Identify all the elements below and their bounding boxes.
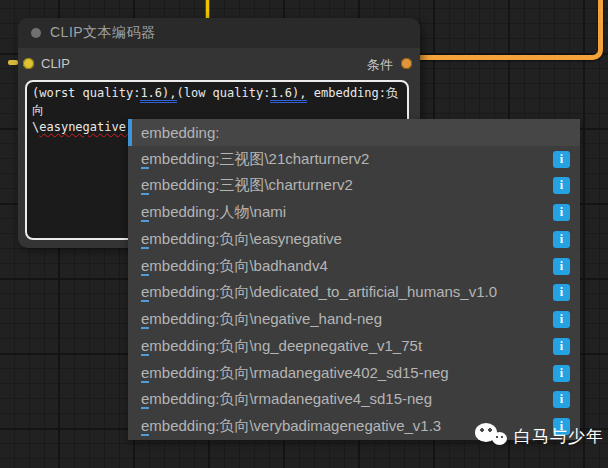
dropdown-item[interactable]: embedding:负向\badhandv4i <box>128 253 580 280</box>
dropdown-item[interactable]: embedding: <box>128 119 580 146</box>
dropdown-item[interactable]: embedding:三视图\21charturnerv2i <box>128 146 580 173</box>
info-icon[interactable]: i <box>553 177 570 194</box>
dropdown-item-label: embedding:三视图\charturnerv2 <box>141 176 547 195</box>
dropdown-item[interactable]: embedding:负向\easynegativei <box>128 226 580 253</box>
dropdown-item-label: embedding:负向\ng_deepnegative_v1_75t <box>141 337 547 356</box>
dropdown-item-label: embedding:负向\rmadanegative4_sd15-neg <box>141 390 547 409</box>
dropdown-item[interactable]: embedding:负向\negative_hand-negi <box>128 306 580 333</box>
watermark-text: 白马与少年 <box>514 425 604 448</box>
conditioning-wire <box>411 0 603 60</box>
dropdown-item[interactable]: embedding:人物\namii <box>128 199 580 226</box>
dropdown-item[interactable]: embedding:负向\ng_deepnegative_v1_75ti <box>128 333 580 360</box>
clip-input-slot-icon[interactable] <box>23 58 34 69</box>
info-icon[interactable]: i <box>553 338 570 355</box>
info-icon[interactable]: i <box>553 311 570 328</box>
info-icon[interactable]: i <box>553 258 570 275</box>
conditioning-output-slot-icon[interactable] <box>401 58 412 69</box>
dropdown-item-label: embedding:人物\nami <box>141 203 547 222</box>
dropdown-item-label: embedding:负向\badhandv4 <box>141 257 547 276</box>
prompt-line: (worst quality:1.6),(low quality:1.6), e… <box>32 85 402 119</box>
info-icon[interactable]: i <box>553 231 570 248</box>
dropdown-item-label: embedding:负向\dedicated_to_artificial_hum… <box>141 283 547 302</box>
info-icon[interactable]: i <box>553 365 570 382</box>
dropdown-item[interactable]: embedding:负向\rmadanegative4_sd15-negi <box>128 387 580 414</box>
node-titlebar[interactable]: CLIP文本编码器 <box>18 18 420 48</box>
dropdown-item[interactable]: embedding:负向\rmadanegative402_sd15-negi <box>128 360 580 387</box>
comfyui-canvas[interactable]: CLIP文本编码器 CLIP 条件 (worst quality:1.6),(l… <box>0 0 608 468</box>
dropdown-item-label: embedding:三视图\21charturnerv2 <box>141 150 547 169</box>
dropdown-item-label: embedding:负向\easynegative <box>141 230 547 249</box>
info-icon[interactable]: i <box>553 204 570 221</box>
dropdown-item[interactable]: embedding:三视图\charturnerv2i <box>128 173 580 200</box>
info-icon[interactable]: i <box>553 151 570 168</box>
dropdown-item-label: embedding:负向\rmadanegative402_sd15-neg <box>141 364 547 383</box>
clip-wire-stub <box>8 60 18 65</box>
yellow-wire <box>205 0 210 20</box>
wechat-icon <box>475 421 509 451</box>
node-title: CLIP文本编码器 <box>50 24 156 42</box>
embedding-dropdown[interactable]: embedding:embedding:三视图\21charturnerv2ie… <box>128 119 580 440</box>
dropdown-item-label: embedding:负向\negative_hand-neg <box>141 310 547 329</box>
info-icon[interactable]: i <box>553 391 570 408</box>
watermark: 白马与少年 <box>475 421 604 451</box>
dropdown-item[interactable]: embedding:负向\dedicated_to_artificial_hum… <box>128 280 580 307</box>
clip-input-label: CLIP <box>41 56 70 71</box>
info-icon[interactable]: i <box>553 284 570 301</box>
dropdown-item-label: embedding: <box>141 124 580 141</box>
collapse-dot-icon[interactable] <box>31 28 41 38</box>
conditioning-output-label: 条件 <box>367 56 393 74</box>
